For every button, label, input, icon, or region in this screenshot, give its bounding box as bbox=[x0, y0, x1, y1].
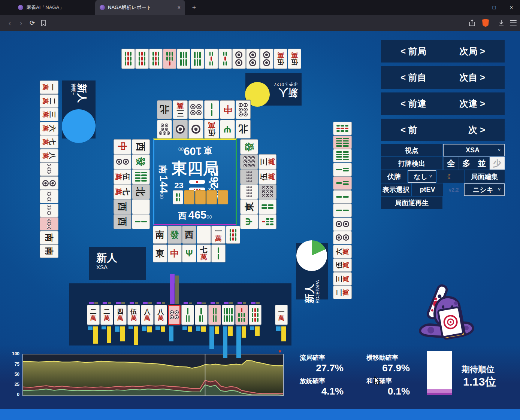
nav-round-buttons[interactable]: < 前局 次局 > bbox=[381, 40, 505, 63]
prev-mismatch-button[interactable]: < 前違 bbox=[400, 98, 426, 110]
model-choice-bar bbox=[148, 302, 152, 304]
dapai-option-few[interactable]: 少 bbox=[489, 157, 505, 170]
tile-3s[interactable] bbox=[195, 305, 208, 325]
board-edit-button[interactable]: 局面編集 bbox=[465, 170, 505, 183]
next-self-button[interactable]: 次自 > bbox=[459, 71, 485, 83]
win-probability-graph[interactable] bbox=[22, 354, 284, 398]
tile-4s[interactable] bbox=[208, 305, 221, 325]
tile-4m[interactable]: 四萬 bbox=[114, 305, 127, 325]
dapai-option-all[interactable]: 全 bbox=[443, 157, 459, 170]
tile-7m: 七萬 bbox=[40, 135, 58, 149]
nav-self-turn-buttons[interactable]: < 前自 次自 > bbox=[381, 66, 505, 89]
tile-W: 西 bbox=[132, 139, 150, 154]
tile-W: 西 bbox=[182, 226, 196, 244]
tile-9s[interactable] bbox=[249, 305, 261, 325]
naga-choice-bar bbox=[211, 302, 215, 304]
tile-5s bbox=[218, 49, 232, 69]
dora-back-tile bbox=[195, 190, 206, 204]
tab-naga-home[interactable]: 麻雀AI「NAGA」 bbox=[13, 0, 92, 15]
tile-8s[interactable] bbox=[222, 305, 235, 325]
tile-5m: 伍萬 bbox=[259, 169, 276, 184]
score-bottom: 西 46500 bbox=[178, 209, 212, 222]
ryukyoku-value: 27.7% bbox=[299, 362, 344, 374]
naga-choice-bar bbox=[130, 302, 134, 304]
close-button[interactable]: × bbox=[503, 0, 520, 15]
mouse-cursor bbox=[374, 377, 381, 387]
reload-icon[interactable]: ⟳ bbox=[27, 18, 37, 28]
tile-1m[interactable]: 一萬 bbox=[275, 305, 288, 325]
prev-round-button[interactable]: < 前局 bbox=[400, 45, 426, 57]
tile-2m[interactable]: 二萬 bbox=[100, 305, 113, 325]
tile-6s bbox=[177, 49, 190, 69]
share-icon[interactable] bbox=[467, 18, 477, 28]
new-tab-button[interactable]: + bbox=[190, 3, 199, 12]
bookmark-icon[interactable] bbox=[38, 18, 49, 28]
next-round-button[interactable]: 次局 > bbox=[459, 45, 485, 57]
tile-4p[interactable] bbox=[168, 305, 181, 325]
brave-shield-icon[interactable] bbox=[480, 18, 491, 28]
tile-5m[interactable]: 伍萬 bbox=[127, 305, 140, 325]
tile-8p bbox=[40, 204, 58, 217]
fuhai-select[interactable]: なし ˅ bbox=[408, 170, 436, 183]
dark-mode-moon-icon[interactable]: ☾ bbox=[437, 170, 464, 183]
hoju-value: 4.1% bbox=[299, 386, 344, 397]
tile-E: 東 bbox=[153, 244, 167, 262]
tile-F: 發 bbox=[240, 139, 258, 154]
eval-bar-blue bbox=[276, 326, 281, 331]
tile-2m[interactable]: 二萬 bbox=[87, 305, 100, 325]
ytick-25: 25 bbox=[8, 382, 19, 387]
prev-self-button[interactable]: < 前自 bbox=[400, 71, 426, 83]
tile-7m: 七萬 bbox=[114, 184, 131, 199]
minimize-button[interactable]: – bbox=[468, 0, 486, 15]
back-icon[interactable]: ‹ bbox=[4, 18, 15, 28]
reverse-play-button[interactable]: 局面逆再生 bbox=[381, 197, 442, 209]
naga-choice-bar bbox=[184, 302, 188, 304]
eval-bar-blue bbox=[236, 326, 241, 358]
browser-toolbar: ‹ › ⟳ https://naga.dmv.nico/htmls/654679… bbox=[0, 15, 520, 31]
dapai-option-normal[interactable]: 並 bbox=[474, 157, 489, 170]
tile-3s[interactable] bbox=[181, 305, 194, 325]
tile-8p bbox=[40, 190, 58, 203]
maximize-button[interactable]: □ bbox=[486, 0, 503, 15]
nav-mismatch-buttons[interactable]: < 前違 次違 > bbox=[381, 92, 505, 115]
eval-bar-yellow bbox=[255, 326, 260, 336]
tile-8m[interactable]: 八萬 bbox=[141, 305, 154, 325]
tile-1s: Ψ bbox=[220, 120, 235, 139]
tile-1m: 一萬 bbox=[40, 80, 58, 94]
dapai-option-many[interactable]: 多 bbox=[459, 157, 474, 170]
nav-step-buttons[interactable]: < 前 次 > bbox=[381, 119, 505, 141]
eval-bar-yellow bbox=[201, 326, 206, 332]
next-mismatch-button[interactable]: 次違 > bbox=[459, 98, 485, 110]
tile-3s bbox=[333, 176, 352, 190]
eval-bar-blue bbox=[142, 326, 146, 331]
eval-bar-yellow bbox=[161, 326, 165, 332]
download-icon[interactable] bbox=[496, 18, 507, 28]
tile-3m: 三萬 bbox=[173, 100, 188, 119]
eval-bar-blue bbox=[102, 326, 106, 329]
tile-7s bbox=[259, 214, 276, 229]
model-select[interactable]: ニシキ ˅ bbox=[464, 183, 505, 196]
eval-bar-blue bbox=[223, 326, 227, 358]
tile-2s bbox=[333, 190, 352, 204]
prev-step-button[interactable]: < 前 bbox=[400, 124, 417, 136]
naga-choice-bar bbox=[170, 274, 175, 304]
expected-rank-value: 1.13位 bbox=[463, 374, 496, 390]
dora-back-tile bbox=[206, 190, 217, 204]
tile-1s: Ψ bbox=[240, 214, 258, 229]
next-step-button[interactable]: 次 > bbox=[468, 124, 485, 136]
tile-7s[interactable] bbox=[235, 305, 248, 325]
tile-N: 北 bbox=[157, 100, 172, 119]
naga-choice-bar bbox=[238, 302, 242, 304]
tab-naga-report[interactable]: NAGA解析レポート × bbox=[95, 0, 185, 15]
ptev-button[interactable]: ptEV bbox=[412, 183, 443, 196]
forward-icon[interactable]: › bbox=[16, 18, 26, 28]
tile-7p bbox=[157, 120, 172, 139]
chevron-down-icon: ˅ bbox=[498, 187, 501, 192]
viewpoint-select[interactable]: XSA ˅ bbox=[443, 144, 505, 156]
yokoido-value: 67.9% bbox=[365, 362, 410, 374]
tile-2s bbox=[333, 204, 352, 217]
menu-icon[interactable] bbox=[508, 18, 519, 28]
close-tab-icon[interactable]: × bbox=[178, 4, 181, 10]
tile-8m[interactable]: 八萬 bbox=[154, 305, 167, 325]
tile-N: 北 bbox=[236, 120, 251, 139]
